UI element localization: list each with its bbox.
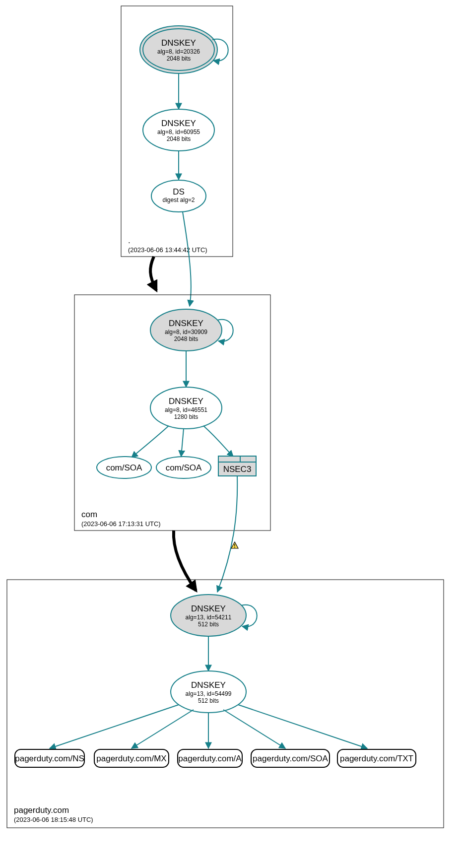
node-pd-zsk: DNSKEY alg=13, id=54499 512 bits xyxy=(171,671,246,713)
svg-text:alg=13, id=54499: alg=13, id=54499 xyxy=(186,690,232,697)
svg-text:alg=8, id=20326: alg=8, id=20326 xyxy=(157,48,200,55)
node-root-zsk: DNSKEY alg=8, id=60955 2048 bits xyxy=(143,109,214,151)
svg-text:512 bits: 512 bits xyxy=(198,621,219,628)
node-pd-mx: pagerduty.com/MX xyxy=(94,749,169,767)
edge-pd-zsk-ns xyxy=(50,705,179,748)
node-root-ds: DS digest alg=2 xyxy=(151,180,206,212)
node-com-zsk: DNSKEY alg=8, id=46551 1280 bits xyxy=(150,387,222,429)
svg-text:alg=8, id=30909: alg=8, id=30909 xyxy=(165,329,207,335)
zone-name-pagerduty: pagerduty.com xyxy=(14,805,69,815)
edge-com-zsk-nsec3 xyxy=(203,426,233,457)
svg-text:pagerduty.com/A: pagerduty.com/A xyxy=(178,754,242,763)
svg-text:DNSKEY: DNSKEY xyxy=(161,38,196,48)
zone-timestamp-com: (2023-06-06 17:13:31 UTC) xyxy=(81,520,161,528)
svg-text:pagerduty.com/SOA: pagerduty.com/SOA xyxy=(253,754,328,763)
svg-text:DS: DS xyxy=(173,187,185,197)
svg-text:2048 bits: 2048 bits xyxy=(167,55,191,62)
zone-timestamp-pagerduty: (2023-06-06 18:15:48 UTC) xyxy=(14,816,93,823)
svg-text:alg=8, id=46551: alg=8, id=46551 xyxy=(165,406,207,413)
svg-text:pagerduty.com/NS: pagerduty.com/NS xyxy=(15,754,84,763)
edge-pd-zsk-txt xyxy=(238,705,367,748)
edge-com-zsk-soa2 xyxy=(181,429,184,457)
node-com-soa2: com/SOA xyxy=(156,457,211,478)
svg-text:com/SOA: com/SOA xyxy=(106,463,142,472)
svg-text:1280 bits: 1280 bits xyxy=(174,413,198,420)
edge-com-to-pd-deleg xyxy=(174,531,196,591)
svg-text:com/SOA: com/SOA xyxy=(166,463,202,472)
svg-text:pagerduty.com/MX: pagerduty.com/MX xyxy=(96,754,166,763)
zone-name-com: com xyxy=(81,510,97,519)
edge-ds-comksk xyxy=(183,212,191,306)
node-pd-ksk: DNSKEY alg=13, id=54211 512 bits xyxy=(171,595,246,636)
zone-timestamp-root: (2023-06-06 13:44:42 UTC) xyxy=(128,246,207,254)
svg-text:2048 bits: 2048 bits xyxy=(174,335,198,342)
svg-text:DNSKEY: DNSKEY xyxy=(191,604,226,613)
node-com-ksk: DNSKEY alg=8, id=30909 2048 bits xyxy=(150,309,222,351)
svg-rect-24 xyxy=(218,456,256,462)
node-com-nsec3: NSEC3 xyxy=(218,456,256,476)
svg-text:pagerduty.com/TXT: pagerduty.com/TXT xyxy=(340,754,413,763)
dnssec-diagram: . (2023-06-06 13:44:42 UTC) DNSKEY alg=8… xyxy=(0,0,462,868)
node-com-soa1: com/SOA xyxy=(97,457,151,478)
svg-text:digest alg=2: digest alg=2 xyxy=(162,197,195,203)
edge-root-to-com-deleg xyxy=(150,257,156,290)
node-pd-a: pagerduty.com/A xyxy=(178,749,242,767)
svg-text:2048 bits: 2048 bits xyxy=(167,135,191,142)
node-root-ksk: DNSKEY alg=8, id=20326 2048 bits xyxy=(140,26,217,73)
svg-text:alg=13, id=54211: alg=13, id=54211 xyxy=(186,614,232,621)
node-pd-soa: pagerduty.com/SOA xyxy=(251,749,330,767)
zone-name-root: . xyxy=(128,236,131,245)
edge-nsec3-pdksk xyxy=(217,476,237,592)
edge-pd-zsk-soa xyxy=(223,710,285,748)
svg-text:DNSKEY: DNSKEY xyxy=(169,319,203,328)
node-pd-ns: pagerduty.com/NS xyxy=(15,749,84,767)
svg-text:NSEC3: NSEC3 xyxy=(223,465,252,474)
node-pd-txt: pagerduty.com/TXT xyxy=(337,749,416,767)
svg-text:alg=8, id=60955: alg=8, id=60955 xyxy=(157,129,200,135)
svg-text:DNSKEY: DNSKEY xyxy=(191,680,226,690)
edge-com-zsk-soa1 xyxy=(132,426,169,458)
svg-text:DNSKEY: DNSKEY xyxy=(161,119,196,128)
svg-text:!: ! xyxy=(234,543,235,549)
svg-text:512 bits: 512 bits xyxy=(198,697,219,704)
svg-text:DNSKEY: DNSKEY xyxy=(169,397,203,406)
edge-pd-zsk-mx xyxy=(132,710,194,748)
